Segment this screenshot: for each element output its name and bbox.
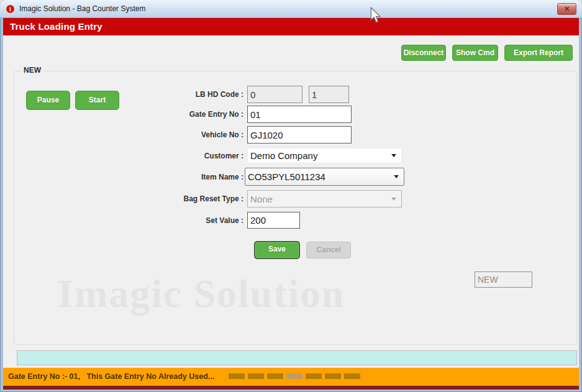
chevron-down-icon [394,175,399,178]
message-box [17,350,577,365]
bag-reset-type-value: None [250,194,391,204]
close-button[interactable]: ✕ [557,3,576,15]
export-report-button[interactable]: Export Report [504,45,573,61]
cancel-button[interactable]: Cancel [306,242,351,258]
vehicle-no-label: Vehicle No : [149,130,243,139]
gate-entry-no-label: Gate Entry No : [149,110,243,119]
item-name-select[interactable]: CO53PYL5011234 [245,168,404,186]
set-value-input[interactable] [247,212,300,229]
progress-dash [286,373,302,379]
customer-select[interactable]: Demo Company [247,148,402,163]
progress-dash [229,373,245,379]
lb-hd-code-input-2[interactable] [309,86,349,103]
customer-label: Customer : [149,152,243,160]
set-value-label: Set Value : [149,216,243,225]
save-button[interactable]: Save [255,242,299,258]
group-title: NEW [20,66,44,75]
mode-box[interactable] [475,271,532,288]
pause-button[interactable]: Pause [26,91,70,110]
app-window: i Imagic Solution - Bag Counter System ✕… [0,0,582,392]
progress-dash [267,373,283,379]
progress-dashes [229,373,360,379]
page-header: Truck Loading Entry [3,18,579,35]
progress-dash [248,373,264,379]
title-bar: i Imagic Solution - Bag Counter System ✕ [0,0,582,18]
footer-bar [3,386,579,390]
customer-value: Demo Company [250,150,391,161]
progress-dash [306,373,322,379]
close-icon: ✕ [564,5,570,12]
show-cmd-button[interactable]: Show Cmd [452,45,498,61]
window-title: Imagic Solution - Bag Counter System [19,4,145,13]
lb-hd-code-label: LB HD Code : [149,90,243,99]
chevron-down-icon [391,198,396,201]
page-title: Truck Loading Entry [3,18,579,35]
status-bar: Gate Entry No :- 01, This Gate Entry No … [3,368,579,386]
disconnect-button[interactable]: Disconnect [401,45,446,61]
progress-dash [344,373,360,379]
gate-entry-no-input[interactable] [247,106,352,123]
bag-reset-type-label: Bag Reset Type : [149,194,243,203]
chevron-down-icon [391,154,396,157]
app-icon[interactable]: i [6,4,15,14]
vehicle-no-input[interactable] [247,126,352,144]
item-name-label: Item Name : [149,173,243,181]
start-button[interactable]: Start [75,91,119,110]
progress-dash [325,373,341,379]
bag-reset-type-select[interactable]: None [247,190,402,207]
lb-hd-code-input-1[interactable] [247,86,302,103]
status-message: Gate Entry No :- 01, This Gate Entry No … [8,368,214,386]
item-name-value: CO53PYL5011234 [248,171,394,182]
